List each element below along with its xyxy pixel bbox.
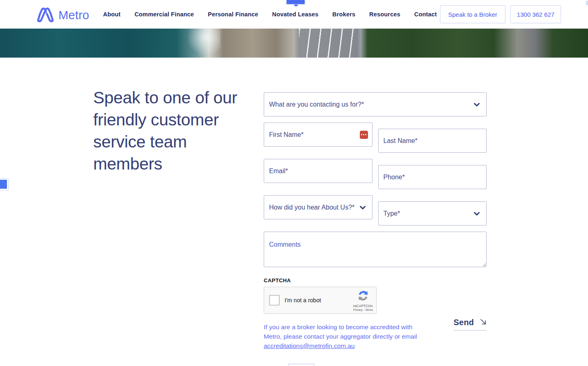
phone-input[interactable] [379, 165, 487, 189]
arrow-down-right-icon [480, 318, 487, 327]
last-name-input[interactable] [379, 129, 487, 152]
captcha-section-label: CAPTCHA [264, 277, 487, 283]
last-name-field-wrapper [378, 129, 487, 153]
contact-form: What are you contacting us for?* [264, 92, 487, 350]
speak-to-broker-button[interactable]: Speak to a Broker [440, 5, 505, 23]
clipped-floating-widget-top-right [586, 1, 588, 5]
recaptcha-logo-text: reCAPTCHA [353, 304, 373, 308]
metro-logo-text: Metro [58, 9, 89, 22]
email-field-wrapper [264, 159, 373, 183]
nav-item-personal-finance[interactable]: Personal Finance [208, 11, 258, 18]
clipped-floating-widget-top [286, 0, 305, 5]
first-name-field-wrapper [264, 123, 373, 147]
metro-logo-icon [36, 6, 55, 25]
nav-item-novated-leases[interactable]: Novated Leases [272, 11, 319, 18]
clipped-floating-widget-bottom [288, 364, 314, 366]
recaptcha-logo-icon [357, 290, 369, 304]
send-button-label: Send [453, 318, 474, 327]
chevron-down-icon [474, 210, 480, 217]
type-select[interactable]: Type* [378, 201, 487, 225]
nav-item-brokers[interactable]: Brokers [332, 11, 355, 18]
accreditations-email-link[interactable]: accreditations@metrofin.com.au [264, 342, 355, 349]
recaptcha-widget: I'm not a robot reCAPTCHA Privacy - Term… [264, 287, 377, 314]
main-nav: About Commercial Finance Personal Financ… [103, 0, 437, 29]
chevron-down-icon [360, 204, 366, 211]
nav-item-contact[interactable]: Contact [414, 11, 437, 18]
chevron-down-icon [474, 101, 480, 108]
hear-about-us-select-label: How did you hear About Us?* [269, 204, 355, 211]
recaptcha-privacy-terms[interactable]: Privacy - Terms [353, 308, 373, 311]
recaptcha-checkbox[interactable] [269, 295, 280, 306]
hero-road-lane-markings [299, 29, 360, 58]
hear-about-us-select[interactable]: How did you hear About Us?* [264, 195, 373, 219]
nav-item-commercial-finance[interactable]: Commercial Finance [135, 11, 194, 18]
clipped-floating-widget-left [0, 178, 9, 190]
send-button[interactable]: Send [453, 318, 487, 330]
hero-surf-foam [185, 29, 220, 58]
form-filler-extension-icon[interactable] [360, 131, 368, 139]
recaptcha-checkbox-label: I'm not a robot [285, 297, 321, 304]
broker-note-text: If you are a broker looking to become ac… [264, 324, 417, 340]
contact-page: Metro About Commercial Finance Personal … [0, 0, 588, 366]
recaptcha-brand: reCAPTCHA Privacy - Terms [353, 290, 373, 311]
phone-field-wrapper [378, 165, 487, 189]
phone-number-button[interactable]: 1300 362 627 [510, 5, 561, 23]
type-select-label: Type* [384, 210, 400, 217]
nav-item-about[interactable]: About [103, 11, 121, 18]
first-name-input[interactable] [264, 123, 372, 146]
comments-textarea[interactable] [264, 232, 487, 267]
page-title: Speak to one of our friendly customer se… [93, 87, 251, 175]
broker-accreditation-note: If you are a broker looking to become ac… [264, 322, 426, 350]
nav-item-resources[interactable]: Resources [369, 11, 400, 18]
metro-logo[interactable]: Metro [36, 6, 89, 25]
email-input[interactable] [264, 159, 372, 183]
contacting-reason-select-label: What are you contacting us for?* [269, 101, 364, 108]
contacting-reason-select[interactable]: What are you contacting us for?* [264, 92, 487, 116]
hero-coastal-aerial-image [0, 29, 588, 58]
